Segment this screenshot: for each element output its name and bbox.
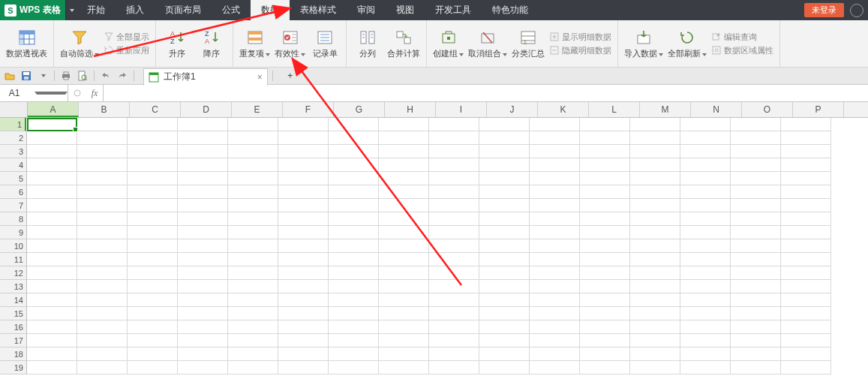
cell[interactable] <box>429 320 479 334</box>
cell[interactable] <box>128 361 178 374</box>
fx-cancel-button[interactable] <box>68 89 86 97</box>
cell[interactable] <box>329 172 379 185</box>
cell[interactable] <box>731 158 781 172</box>
cell[interactable] <box>77 145 128 158</box>
cell[interactable] <box>429 172 479 185</box>
cell[interactable] <box>630 185 680 199</box>
column-header[interactable]: C <box>130 102 181 117</box>
cell[interactable] <box>530 293 580 307</box>
cell[interactable] <box>178 293 228 307</box>
cell[interactable] <box>278 172 329 185</box>
row-header[interactable]: 10 <box>0 239 27 253</box>
cell[interactable] <box>781 199 831 212</box>
cell[interactable] <box>278 334 329 347</box>
row-header[interactable]: 7 <box>0 199 27 212</box>
cell[interactable] <box>329 212 379 226</box>
cell[interactable] <box>379 361 429 374</box>
column-header[interactable]: N <box>691 102 742 117</box>
cell[interactable] <box>479 145 530 158</box>
cell[interactable] <box>128 347 178 361</box>
cell[interactable] <box>128 185 178 199</box>
cell[interactable] <box>77 320 128 334</box>
cell[interactable] <box>77 172 128 185</box>
cell[interactable] <box>77 334 128 347</box>
cell[interactable] <box>178 320 228 334</box>
row-header[interactable]: 5 <box>0 172 27 185</box>
app-menu-caret[interactable] <box>65 0 77 20</box>
cell[interactable] <box>77 266 128 280</box>
qat-print-icon[interactable] <box>59 69 73 83</box>
cell[interactable] <box>379 320 429 334</box>
row-header[interactable]: 15 <box>0 307 27 320</box>
cell[interactable] <box>329 131 379 145</box>
cell[interactable] <box>178 280 228 293</box>
cell[interactable] <box>630 199 680 212</box>
cell[interactable] <box>329 226 379 239</box>
cell[interactable] <box>479 280 530 293</box>
cell[interactable] <box>630 334 680 347</box>
cell[interactable] <box>278 145 329 158</box>
cell[interactable] <box>27 158 77 172</box>
cell[interactable] <box>680 320 731 334</box>
cell[interactable] <box>178 212 228 226</box>
cell[interactable] <box>530 131 580 145</box>
cell[interactable] <box>630 131 680 145</box>
cell[interactable] <box>178 253 228 266</box>
cell[interactable] <box>178 266 228 280</box>
cell[interactable] <box>27 266 77 280</box>
cell[interactable] <box>27 172 77 185</box>
cell[interactable] <box>479 334 530 347</box>
cell[interactable] <box>379 199 429 212</box>
column-header[interactable]: M <box>640 102 691 117</box>
cell[interactable] <box>680 347 731 361</box>
cell[interactable] <box>228 212 278 226</box>
cell[interactable] <box>530 266 580 280</box>
row-header[interactable]: 14 <box>0 293 27 307</box>
cell[interactable] <box>580 158 630 172</box>
cell[interactable] <box>379 158 429 172</box>
cell[interactable] <box>228 172 278 185</box>
cell[interactable] <box>530 253 580 266</box>
cell[interactable] <box>379 334 429 347</box>
cell[interactable] <box>228 280 278 293</box>
cell[interactable] <box>580 361 630 374</box>
cell[interactable] <box>379 239 429 253</box>
cell[interactable] <box>630 158 680 172</box>
cell[interactable] <box>731 320 781 334</box>
cell[interactable] <box>228 320 278 334</box>
cell[interactable] <box>580 118 630 131</box>
cell[interactable] <box>630 172 680 185</box>
cell[interactable] <box>429 253 479 266</box>
cell[interactable] <box>479 266 530 280</box>
cell[interactable] <box>781 158 831 172</box>
cell[interactable] <box>580 307 630 320</box>
cell[interactable] <box>329 158 379 172</box>
cell[interactable] <box>128 199 178 212</box>
spreadsheet-grid[interactable]: ABCDEFGHIJKLMNOP 12345678910111213141516… <box>0 102 868 374</box>
cell[interactable] <box>329 307 379 320</box>
cell[interactable] <box>178 172 228 185</box>
column-header[interactable]: J <box>487 102 538 117</box>
cell[interactable] <box>781 118 831 131</box>
cell[interactable] <box>77 185 128 199</box>
row-header[interactable]: 4 <box>0 158 27 172</box>
cell[interactable] <box>630 212 680 226</box>
cell[interactable] <box>580 266 630 280</box>
cell[interactable] <box>27 347 77 361</box>
cell[interactable] <box>379 185 429 199</box>
login-button[interactable]: 未登录 <box>804 3 844 17</box>
cell[interactable] <box>781 172 831 185</box>
cell[interactable] <box>429 118 479 131</box>
cell[interactable] <box>680 239 731 253</box>
cell[interactable] <box>429 212 479 226</box>
cell[interactable] <box>781 226 831 239</box>
cell[interactable] <box>731 334 781 347</box>
cell[interactable] <box>278 361 329 374</box>
cell[interactable] <box>329 118 379 131</box>
row-header[interactable]: 11 <box>0 253 27 266</box>
cell[interactable] <box>228 266 278 280</box>
cell[interactable] <box>781 131 831 145</box>
row-header[interactable]: 13 <box>0 280 27 293</box>
cell[interactable] <box>228 307 278 320</box>
cell[interactable] <box>429 307 479 320</box>
